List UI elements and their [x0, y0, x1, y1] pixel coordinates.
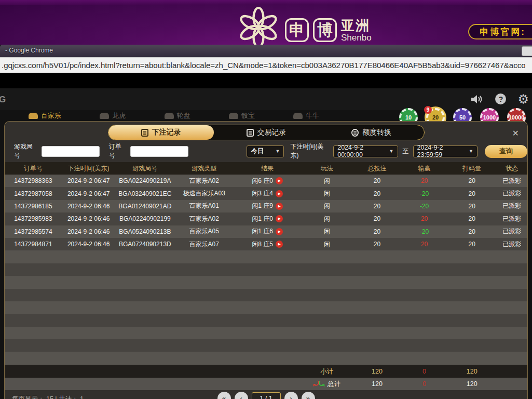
game-logo: G: [0, 95, 6, 105]
order-no-input[interactable]: [130, 146, 188, 157]
brand-char-bo: 博: [313, 18, 337, 42]
speaker-icon[interactable]: [471, 94, 484, 104]
play-video-icon[interactable]: ▶: [276, 241, 283, 248]
result-cell: 闲3 庄4▶: [234, 189, 301, 198]
chip-notification-badge: 9: [424, 106, 432, 114]
brand-region-text: 亚洲: [341, 19, 372, 32]
tab-label: 下注记录: [152, 128, 181, 137]
first-page-button[interactable]: «: [217, 392, 231, 399]
brand-region-block: 亚洲 Shenbo: [341, 19, 372, 42]
tab-额度转换[interactable]: 额度转换: [319, 125, 424, 140]
modal-tabbar: 下注记录交易记录额度转换: [108, 125, 425, 140]
play-video-icon[interactable]: ▶: [276, 177, 283, 184]
column-header: 玩法: [301, 164, 353, 173]
empty-table-row: [5, 263, 527, 276]
nav-item-label: 龙虎: [112, 111, 126, 121]
round-cell: BGA012409021AD: [115, 203, 174, 210]
tab-icon: [247, 129, 254, 137]
empty-table-row: [5, 289, 527, 301]
result-text: 闲3 庄4: [252, 189, 273, 198]
browser-url-bar[interactable]: .gqjcxs.com/h5V01/pc/index.html?return=a…: [0, 57, 532, 73]
total-bet-cell: 20: [353, 203, 402, 210]
chevron-down-icon: ▼: [276, 149, 280, 154]
status-cell: 已派彩: [497, 202, 527, 210]
result-text: 闲6 庄0: [252, 177, 273, 185]
subtotal-label: 小计: [301, 367, 353, 376]
official-site-pill[interactable]: 申博官网:: [468, 24, 532, 39]
game-round-label: 游戏局号: [14, 142, 37, 160]
nav-item-龙虎[interactable]: 龙虎: [100, 110, 126, 121]
status-cell: 已派彩: [497, 215, 527, 223]
game-category-icon: [293, 113, 303, 119]
round-cell: BGA0224090219A: [115, 177, 174, 184]
chevron-down-icon: ▼: [389, 149, 394, 154]
brand-latin-text: Shenbo: [341, 33, 372, 42]
browser-titlebar: - Google Chrome: [0, 45, 532, 57]
records-modal: 下注记录交易记录额度转换 ✕ 游戏局号 订单号 今日 ▼ 下注时间(美东) 20…: [4, 121, 528, 399]
tab-下注记录[interactable]: 下注记录: [108, 125, 214, 140]
refresh-icon[interactable]: ⤾⤿: [313, 380, 324, 388]
empty-table-row: [5, 327, 527, 339]
close-icon[interactable]: ✕: [512, 128, 519, 138]
pagination-bar: 每页显示： 15 | 共计： 1 « ‹ 1 / 1 › »: [5, 392, 527, 399]
play-video-icon[interactable]: ▶: [276, 215, 283, 222]
tab-label: 额度转换: [362, 128, 391, 137]
play-cell: 闲: [301, 177, 353, 185]
total-turnover: 120: [447, 380, 497, 388]
table-row: 143729870582024-9-2 06:47BGA032409021EC极…: [5, 187, 527, 200]
brand-logo: 申 博 亚洲 Shenbo: [236, 3, 372, 50]
result-text: 闲8 庄5: [252, 240, 273, 249]
table-row: 143729848712024-9-2 06:46BGA0724090213D百…: [5, 238, 527, 250]
chevron-down-icon: ▼: [469, 149, 473, 154]
empty-table-row: [5, 314, 527, 326]
status-cell: 已派彩: [497, 227, 527, 236]
play-video-icon[interactable]: ▶: [276, 228, 283, 235]
start-time-value: 2024-9-2 00:00:00: [337, 144, 385, 158]
end-time-select[interactable]: 2024-9-2 23:59:59 ▼: [413, 145, 478, 157]
column-header: 订单号: [5, 164, 62, 173]
nav-item-百家乐[interactable]: 百家乐: [29, 110, 61, 121]
tab-icon: [351, 129, 359, 137]
win-loss-cell: 20: [401, 177, 447, 184]
date-range-select[interactable]: 今日 ▼: [247, 145, 284, 157]
empty-table-row: [5, 250, 527, 263]
page-indicator: 1 / 1: [252, 392, 281, 399]
game-type-cell: 百家乐A02: [174, 177, 234, 185]
play-video-icon[interactable]: ▶: [276, 190, 283, 197]
tab-交易记录[interactable]: 交易记录: [214, 125, 319, 140]
game-round-input[interactable]: [42, 146, 100, 157]
settings-gear-icon[interactable]: ⚙: [517, 94, 529, 104]
bet-time-cell: 2024-9-2 06:46: [62, 241, 116, 248]
window-control-button[interactable]: [522, 46, 532, 56]
last-page-button[interactable]: »: [302, 392, 315, 399]
subtotal-total-bet: 120: [353, 368, 402, 375]
start-time-select[interactable]: 2024-9-2 00:00:00 ▼: [333, 145, 398, 157]
total-bet-cell: 20: [353, 190, 402, 197]
game-category-icon: [165, 113, 174, 119]
nav-item-骰宝[interactable]: 骰宝: [229, 110, 255, 121]
order-no-cell: 14372988363: [5, 177, 62, 184]
nav-item-轮盘[interactable]: 轮盘: [165, 110, 190, 121]
prev-page-button[interactable]: ‹: [235, 392, 248, 399]
next-page-button[interactable]: ›: [284, 392, 298, 399]
game-type-cell: 百家乐A05: [174, 227, 234, 236]
order-no-cell: 14372986185: [5, 203, 62, 210]
search-button[interactable]: 查询: [485, 145, 527, 158]
game-type-cell: 百家乐A07: [174, 240, 234, 249]
column-header: 结果: [234, 164, 301, 173]
round-cell: BGA032409021EC: [115, 190, 174, 197]
order-no-cell: 14372985983: [5, 215, 62, 222]
play-video-icon[interactable]: ▶: [276, 203, 283, 210]
game-type-cell: 百家乐A02: [174, 215, 234, 223]
turnover-cell: 20: [447, 241, 497, 248]
total-bet-cell: 20: [353, 215, 402, 222]
game-type-cell: 百家乐A01: [174, 202, 234, 210]
nav-item-牛牛[interactable]: 牛牛: [293, 110, 319, 121]
column-header: 打码量: [447, 164, 497, 173]
result-text: 闲1 庄6: [252, 227, 273, 236]
column-header: 游戏类型: [174, 164, 234, 173]
help-icon[interactable]: ?: [495, 94, 506, 104]
subtotal-row: 小计 120 0 120: [5, 365, 527, 378]
nav-item-label: 百家乐: [41, 111, 61, 121]
play-cell: 闲: [301, 189, 353, 198]
